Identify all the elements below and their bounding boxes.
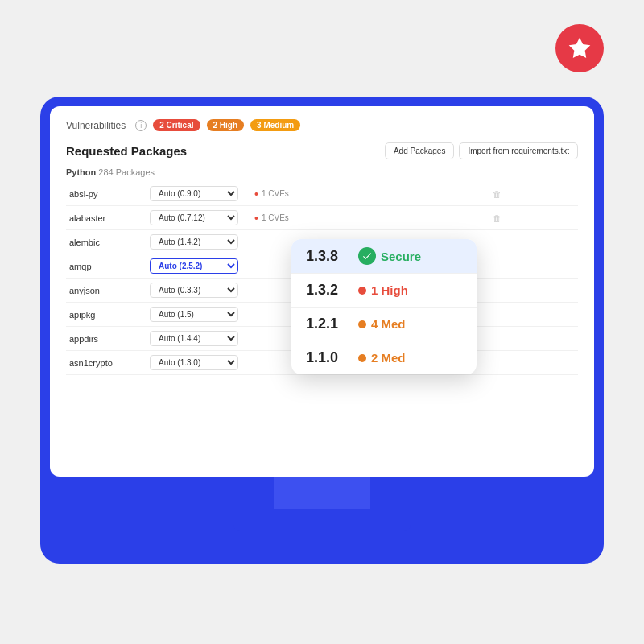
table-row: alabasterAuto (0.7.12)•1 CVEs🗑 (66, 206, 578, 230)
dropdown-version-status: 2 Med (358, 351, 406, 365)
info-icon: i (135, 120, 147, 131)
dropdown-version-number: 1.2.1 (306, 316, 350, 332)
dropdown-version-number: 1.3.2 (306, 282, 350, 299)
requested-packages-title: Requested Packages (66, 144, 187, 158)
high-severity-icon (358, 287, 366, 295)
version-select[interactable]: Auto (0.3.3) (150, 283, 238, 298)
package-name: apipkg (66, 303, 147, 327)
package-version-cell: Auto (1.4.2) (147, 230, 251, 254)
package-version-cell: Auto (1.4.4) (147, 327, 251, 351)
package-name: anyjson (66, 279, 147, 303)
monitor-base (233, 509, 411, 531)
version-dropdown: 1.3.8Secure1.3.21 High1.2.14 Med1.1.02 M… (291, 239, 477, 374)
status-label: 2 Med (371, 351, 406, 365)
add-packages-button[interactable]: Add Packages (385, 142, 455, 159)
package-cve: •1 CVEs (251, 206, 489, 230)
dropdown-version-item[interactable]: 1.3.21 High (291, 274, 477, 308)
package-name: appdirs (66, 327, 147, 351)
package-delete[interactable]: 🗑 (489, 206, 579, 230)
package-version-cell: Auto (2.5.2) (147, 254, 251, 279)
status-label: Secure (381, 250, 421, 263)
version-select[interactable]: Auto (1.4.4) (150, 331, 238, 346)
dropdown-version-status: 1 High (358, 283, 408, 297)
package-name: alabaster (66, 206, 147, 230)
monitor-screen: Vulnerabilities i 2 Critical 2 High 3 Me… (50, 106, 594, 477)
dropdown-version-status: Secure (358, 247, 421, 265)
version-select[interactable]: Auto (0.7.12) (150, 210, 238, 225)
secure-icon (358, 247, 376, 265)
package-version-cell: Auto (1.5) (147, 303, 251, 327)
monitor-neck (274, 477, 370, 509)
package-version-cell: Auto (1.3.0) (147, 351, 251, 375)
dropdown-version-item[interactable]: 1.1.02 Med (291, 341, 477, 374)
action-buttons: Add Packages Import from requirements.tx… (385, 142, 578, 159)
version-select[interactable]: Auto (0.9.0) (150, 186, 238, 201)
version-select[interactable]: Auto (2.5.2) (150, 258, 238, 274)
star-icon (567, 35, 592, 61)
package-version-cell: Auto (0.3.3) (147, 279, 251, 303)
package-delete[interactable] (489, 254, 579, 279)
vuln-label: Vulnerabilities (66, 120, 126, 131)
package-delete[interactable] (489, 230, 579, 254)
package-delete[interactable] (489, 303, 579, 327)
package-name: amqp (66, 254, 147, 279)
monitor: Vulnerabilities i 2 Critical 2 High 3 Me… (40, 97, 604, 564)
package-delete[interactable] (489, 351, 579, 375)
package-delete[interactable] (489, 327, 579, 351)
badge-medium: 3 Medium (250, 119, 300, 131)
status-label: 4 Med (371, 317, 406, 331)
dropdown-version-item[interactable]: 1.3.8Secure (291, 239, 477, 274)
table-row: absl-pyAuto (0.9.0)•1 CVEs🗑 (66, 182, 578, 206)
package-version-cell: Auto (0.7.12) (147, 206, 251, 230)
med-severity-icon (358, 320, 366, 328)
package-delete[interactable]: 🗑 (489, 182, 579, 206)
dropdown-version-item[interactable]: 1.2.14 Med (291, 308, 477, 341)
vuln-header: Vulnerabilities i 2 Critical 2 High 3 Me… (66, 119, 578, 131)
package-name: asn1crypto (66, 351, 147, 375)
badge-high: 2 High (207, 119, 245, 131)
version-select[interactable]: Auto (1.4.2) (150, 234, 238, 250)
badge-critical: 2 Critical (153, 119, 200, 131)
version-select[interactable]: Auto (1.3.0) (150, 355, 238, 370)
package-delete[interactable] (489, 279, 579, 303)
med-severity-icon (358, 354, 366, 362)
package-name: absl-py (66, 182, 147, 206)
dropdown-version-number: 1.3.8 (306, 248, 350, 265)
import-requirements-button[interactable]: Import from requirements.txt (459, 142, 578, 159)
dropdown-version-status: 4 Med (358, 317, 406, 331)
dropdown-version-number: 1.1.0 (306, 349, 350, 366)
star-badge (555, 24, 604, 72)
section-header: Requested Packages Add Packages Import f… (66, 142, 578, 159)
package-version-cell: Auto (0.9.0) (147, 182, 251, 206)
python-label: Python 284 Packages (66, 167, 578, 177)
status-label: 1 High (371, 283, 408, 297)
package-cve: •1 CVEs (251, 182, 489, 206)
version-select[interactable]: Auto (1.5) (150, 307, 238, 322)
package-name: alembic (66, 230, 147, 254)
